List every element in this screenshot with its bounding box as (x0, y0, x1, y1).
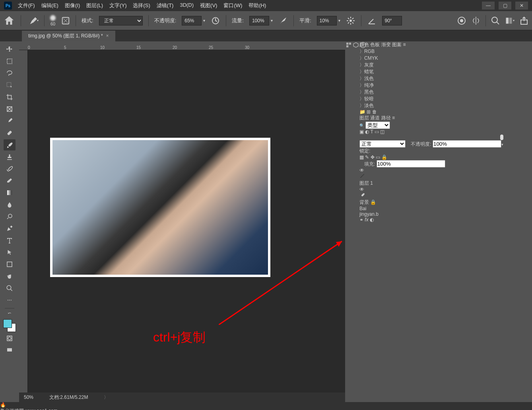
symmetry-icon[interactable] (471, 16, 481, 25)
layer-name[interactable]: 图层 1 (359, 180, 373, 186)
eyedropper-tool[interactable] (4, 115, 16, 127)
fx-icon[interactable]: fx (365, 217, 368, 223)
marquee-tool[interactable] (4, 56, 16, 67)
layer-opacity-input[interactable] (433, 140, 501, 148)
filter-shape-icon[interactable]: ▭ (375, 129, 379, 135)
blur-tool[interactable] (4, 199, 16, 210)
menu-layer[interactable]: 图层(L) (86, 2, 103, 9)
close-button[interactable]: ✕ (515, 2, 528, 10)
panel-icon-1[interactable] (345, 41, 352, 402)
home-icon[interactable] (3, 15, 15, 27)
swatch-folder[interactable]: 〉灰度 (359, 62, 503, 68)
smoothing-gear-icon[interactable] (346, 16, 355, 25)
tab-close-icon[interactable]: × (106, 33, 109, 39)
angle-input[interactable] (382, 16, 402, 25)
hand-tool[interactable] (4, 271, 16, 282)
trash-icon[interactable]: 🗑 (372, 109, 377, 115)
status-chevron-icon[interactable]: 〉 (104, 394, 109, 401)
swatch-folder[interactable]: 〉CMYK (359, 55, 503, 62)
layer-blend-select[interactable]: 正常 (359, 140, 406, 148)
visibility-icon[interactable]: 👁 (359, 168, 364, 173)
lock-all-icon[interactable]: 🔒 (381, 154, 387, 160)
menu-view[interactable]: 视图(V) (200, 2, 217, 9)
document-tab[interactable]: timg.jpg @ 50% (图层 1, RGB/8#) * × (22, 31, 115, 41)
airbrush-icon[interactable] (278, 16, 288, 25)
menu-help[interactable]: 帮助(H) (249, 2, 266, 9)
lock-move-icon[interactable]: ✥ (371, 154, 375, 160)
panel-menu-icon[interactable]: ≡ (403, 42, 406, 47)
tab-color[interactable]: 颜色 (359, 42, 369, 47)
swatch-folder[interactable]: 〉较暗 (359, 96, 503, 102)
tab-swatches[interactable]: 色板 (370, 42, 380, 47)
menu-type[interactable]: 文字(Y) (109, 2, 126, 9)
filter-smart-icon[interactable]: ◫ (380, 129, 384, 135)
filter-toggle[interactable] (500, 135, 503, 140)
menu-file[interactable]: 文件(F) (18, 2, 35, 9)
crop-tool[interactable] (4, 92, 16, 103)
brush-panel-icon[interactable] (61, 16, 70, 25)
healing-tool[interactable] (4, 127, 16, 139)
minimize-button[interactable]: — (482, 2, 495, 10)
brush-size-preview[interactable]: 60 (50, 15, 56, 26)
layer-row[interactable]: 👁 图层 1 (359, 168, 503, 187)
fill-input[interactable] (377, 160, 445, 168)
search-icon[interactable] (491, 16, 500, 25)
filter-type-icon[interactable]: T (370, 129, 373, 135)
smoothing-input[interactable] (317, 16, 337, 25)
lock-pixels-icon[interactable]: ▦ (359, 154, 364, 160)
type-tool[interactable] (4, 235, 16, 246)
canvas-viewport[interactable]: ctrl+j复制 (28, 50, 345, 392)
brush-tool-icon[interactable]: ▾ (27, 15, 39, 27)
layer-thumb[interactable] (359, 192, 503, 199)
lock-brush-icon[interactable]: ✎ (365, 154, 369, 160)
screenmode-tool[interactable] (4, 345, 16, 356)
layer-thumb[interactable] (359, 173, 503, 180)
gradient-tool[interactable] (4, 187, 16, 198)
search-icon[interactable]: 🔍 (359, 123, 364, 128)
new-folder-icon[interactable]: 📁 (359, 109, 365, 115)
swatch-folder[interactable]: 〉黑色 (359, 89, 503, 96)
edit-toolbar[interactable]: ⋯ (4, 295, 16, 306)
panel-menu-icon[interactable]: ≡ (392, 115, 395, 121)
pressure-size-icon[interactable] (457, 16, 466, 25)
swatch-folder[interactable]: 〉RGB (359, 48, 503, 55)
menu-window[interactable]: 窗口(W) (223, 2, 242, 9)
zoom-level[interactable]: 50% (24, 394, 33, 400)
filter-adjust-icon[interactable]: ◐ (365, 129, 369, 135)
tab-channels[interactable]: 通道 (370, 115, 380, 121)
link-icon[interactable]: ⚭ (359, 217, 363, 223)
layer-row[interactable]: 👁 背景 🔒 (359, 187, 503, 206)
quick-select-tool[interactable] (4, 80, 16, 91)
visibility-icon[interactable]: 👁 (359, 187, 364, 192)
tab-layers[interactable]: 图层 (359, 115, 369, 121)
pen-tool[interactable] (4, 223, 16, 234)
panel-icon-2[interactable] (352, 41, 359, 402)
new-swatch-icon[interactable]: ⊞ (367, 109, 371, 115)
filter-pixel-icon[interactable]: ▣ (359, 129, 364, 135)
lock-artboard-icon[interactable]: ▭ (376, 154, 380, 160)
swatch-folder[interactable]: 〉浅色 (359, 75, 503, 82)
tab-gradient[interactable]: 渐变 (381, 42, 391, 47)
quickmask-tool[interactable] (4, 333, 16, 344)
color-swatches[interactable] (3, 319, 16, 332)
flow-input[interactable] (249, 16, 269, 25)
blend-mode-select[interactable]: 正常 (99, 16, 143, 25)
layer-filter-select[interactable]: 类型 (365, 121, 390, 129)
pressure-opacity-icon[interactable] (211, 16, 220, 25)
tab-pattern[interactable]: 图案 (392, 42, 402, 47)
color-swap-icon[interactable]: ⤺ (8, 311, 11, 315)
menu-select[interactable]: 选择(S) (133, 2, 150, 9)
maximize-button[interactable]: ▢ (499, 2, 511, 10)
tab-paths[interactable]: 路径 (381, 115, 391, 121)
history-brush-tool[interactable] (4, 163, 16, 174)
lasso-tool[interactable] (4, 68, 16, 79)
layer-name[interactable]: 背景 (359, 199, 369, 205)
frame-tool[interactable] (4, 103, 16, 115)
menu-3d[interactable]: 3D(D) (180, 2, 194, 9)
stamp-tool[interactable] (4, 151, 16, 162)
share-icon[interactable] (519, 16, 529, 25)
eraser-tool[interactable] (4, 175, 16, 186)
foreground-color[interactable] (3, 319, 12, 328)
opacity-input[interactable] (182, 16, 202, 25)
shape-tool[interactable] (4, 259, 16, 270)
